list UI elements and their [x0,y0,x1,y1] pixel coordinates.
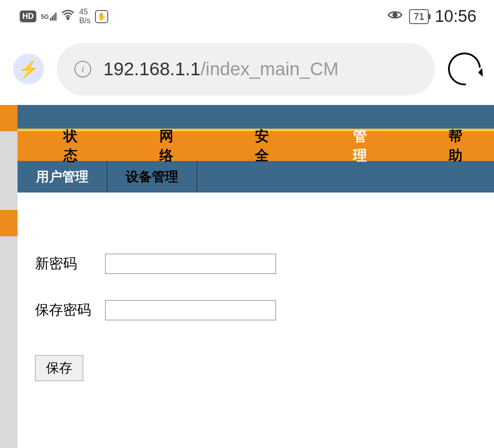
new-password-label: 新密码 [35,254,92,273]
battery-indicator: 71 [409,9,428,24]
side-strip [0,105,18,448]
save-button[interactable]: 保存 [35,355,83,381]
main-nav: 状态 网络 安全 管理 帮助 [18,131,494,161]
svg-point-0 [67,18,69,19]
form-row-new-password: 新密码 [35,254,476,274]
router-body: 状态 网络 安全 管理 帮助 用户管理 设备管理 新密码 保存密码 保存 [18,105,494,448]
clock: 10:56 [435,7,476,26]
browser-bar: ⚡ i 192.168.1.1/index_main_CM [0,33,494,105]
hd-badge: HD [20,10,36,22]
eye-icon [387,7,403,26]
info-icon[interactable]: i [74,61,91,77]
nav-manage[interactable]: 管理 [329,127,399,165]
content: 新密码 保存密码 保存 [18,192,494,399]
block-icon: ✋ [95,10,108,23]
status-bar: HD 5G 45 B/s ✋ 71 1 [0,0,494,33]
signal-5g-icon: 5G [41,13,56,21]
refresh-button[interactable] [441,46,488,92]
url-bar[interactable]: i 192.168.1.1/index_main_CM [57,43,435,95]
confirm-password-label: 保存密码 [35,301,92,320]
subnav-user-manage[interactable]: 用户管理 [18,161,107,192]
confirm-password-input[interactable] [105,300,276,320]
subnav-device-manage[interactable]: 设备管理 [107,161,197,192]
wifi-icon [61,8,75,25]
nav-security[interactable]: 安全 [231,127,300,165]
amp-icon[interactable]: ⚡ [13,54,44,84]
network-rate: 45 B/s [79,8,91,25]
form-row-confirm-password: 保存密码 [35,300,476,320]
url-text: 192.168.1.1/index_main_CM [103,59,339,80]
status-left: HD 5G 45 B/s ✋ [20,8,108,25]
sub-nav: 用户管理 设备管理 [18,161,494,192]
nav-status[interactable]: 状态 [39,127,109,165]
new-password-input[interactable] [105,254,276,274]
nav-network[interactable]: 网络 [135,127,205,165]
router-page: 状态 网络 安全 管理 帮助 用户管理 设备管理 新密码 保存密码 保存 [0,105,494,448]
nav-help[interactable]: 帮助 [424,127,494,165]
svg-point-1 [393,13,397,17]
status-right: 71 10:56 [387,7,476,26]
